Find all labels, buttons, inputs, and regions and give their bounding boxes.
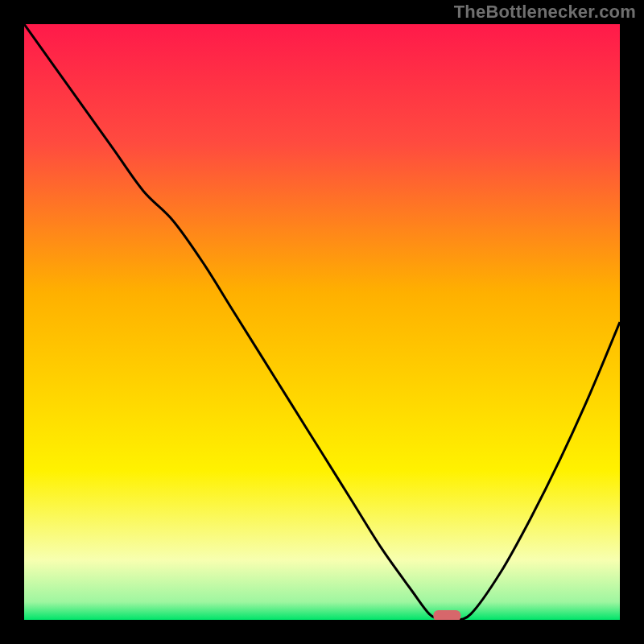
- optimal-marker: [433, 610, 460, 620]
- chart-svg: [24, 24, 620, 620]
- chart-frame: TheBottlenecker.com: [0, 0, 644, 644]
- attribution-text: TheBottlenecker.com: [454, 2, 636, 23]
- gradient-background: [24, 24, 620, 620]
- bottleneck-chart: [24, 24, 620, 620]
